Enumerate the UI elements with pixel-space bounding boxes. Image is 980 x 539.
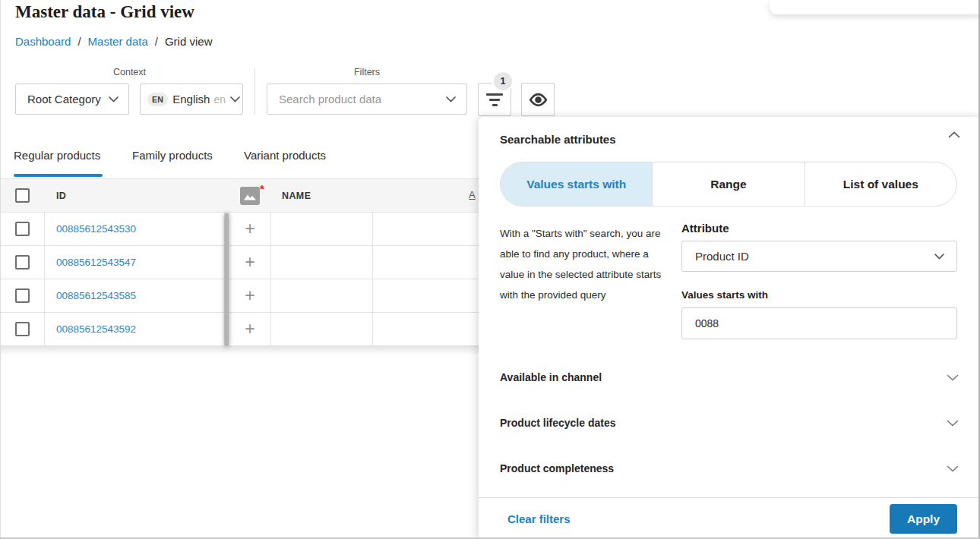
add-image-button[interactable]: + — [236, 217, 264, 240]
accordion-product-completeness[interactable]: Product completeness — [500, 457, 959, 480]
grid-body: 00885612543530 + 00885612543547 + 008856… — [0, 213, 488, 346]
filters-group-label: Filters — [267, 67, 467, 77]
clear-filters-link[interactable]: Clear filters — [507, 498, 571, 539]
locale-badge: EN — [147, 93, 168, 106]
active-tab-indicator — [14, 174, 103, 177]
breadcrumb: Dashboard / Master data / Grid view — [15, 35, 212, 48]
breadcrumb-separator: / — [155, 35, 158, 48]
image-column-icon — [240, 187, 260, 205]
column-header-id[interactable]: ID — [56, 191, 66, 201]
eye-icon — [528, 93, 548, 107]
search-mode-description: With a "Starts with" search, you are abl… — [500, 223, 667, 305]
chevron-down-icon — [947, 374, 959, 381]
query-input[interactable] — [681, 307, 957, 339]
locale-dropdown[interactable]: EN English en — [140, 84, 243, 115]
table-row: 00885612543530 + — [0, 213, 488, 246]
chevron-down-icon — [934, 254, 944, 260]
row-checkbox[interactable] — [15, 255, 30, 270]
accordion-label: Product completeness — [500, 462, 614, 474]
accordion-label: Product lifecycle dates — [500, 417, 616, 429]
accordion-label: Available in channel — [500, 371, 602, 383]
search-mode-segmented-control: Values starts with Range List of values — [500, 162, 957, 206]
context-group-label: Context — [15, 67, 244, 77]
add-image-button[interactable]: + — [236, 284, 264, 307]
product-id-link[interactable]: 00885612543585 — [56, 290, 136, 301]
row-checkbox[interactable] — [15, 322, 30, 336]
search-product-combobox[interactable]: Search product data — [267, 84, 467, 115]
attribute-dropdown-value: Product ID — [695, 250, 934, 263]
product-id-link[interactable]: 00885612543530 — [56, 223, 136, 235]
category-dropdown-value: Root Category — [27, 93, 109, 106]
page-left-border — [0, 0, 1, 539]
grid-header-row: ID * NAME A — [0, 178, 488, 213]
table-row: 00885612543592 + — [0, 313, 488, 346]
column-header-clipped: A — [469, 189, 476, 200]
chevron-down-icon — [230, 96, 240, 102]
tab-family-products[interactable]: Family products — [132, 149, 213, 162]
master-data-grid-page: Master data - Grid view Dashboard / Mast… — [0, 0, 980, 539]
add-image-button[interactable]: + — [236, 251, 264, 273]
accordion-product-lifecycle-dates[interactable]: Product lifecycle dates — [500, 411, 959, 434]
panel-title: Searchable attributes — [500, 133, 616, 146]
breadcrumb-dashboard[interactable]: Dashboard — [15, 35, 71, 48]
search-placeholder: Search product data — [279, 93, 446, 106]
column-resize-handle[interactable] — [225, 213, 229, 345]
chevron-down-icon — [947, 465, 959, 472]
table-row: 00885612543547 + — [0, 246, 488, 279]
locale-name: English — [172, 93, 210, 106]
table-row: 00885612543585 + — [0, 279, 488, 313]
locale-code: en — [213, 93, 226, 106]
row-checkbox[interactable] — [15, 288, 30, 303]
required-asterisk: * — [260, 182, 264, 195]
mode-values-starts-with[interactable]: Values starts with — [501, 162, 652, 206]
select-all-checkbox[interactable] — [15, 188, 30, 203]
filter-panel: Searchable attributes Values starts with… — [479, 117, 980, 539]
product-id-link[interactable]: 00885612543547 — [56, 257, 136, 268]
mode-range[interactable]: Range — [652, 162, 804, 206]
breadcrumb-current: Grid view — [165, 35, 213, 48]
view-settings-button[interactable] — [521, 83, 555, 116]
toolbar-divider — [254, 68, 255, 115]
breadcrumb-separator: / — [77, 35, 81, 48]
tab-regular-products[interactable]: Regular products — [14, 149, 100, 162]
page-title: Master data - Grid view — [15, 2, 194, 22]
chevron-up-icon[interactable] — [948, 131, 960, 138]
chevron-down-icon — [446, 96, 456, 102]
row-checkbox[interactable] — [15, 222, 30, 236]
attribute-label: Attribute — [681, 222, 729, 235]
column-header-name[interactable]: NAME — [282, 191, 311, 201]
attribute-dropdown[interactable]: Product ID — [681, 241, 957, 272]
mode-list-of-values[interactable]: List of values — [805, 162, 956, 206]
breadcrumb-master-data[interactable]: Master data — [88, 35, 148, 48]
query-label: Values starts with — [681, 289, 768, 301]
add-image-button[interactable]: + — [236, 317, 264, 340]
chevron-down-icon — [109, 96, 119, 102]
filter-icon — [486, 93, 503, 106]
table-bottom-shadow — [0, 346, 488, 355]
chevron-down-icon — [947, 420, 959, 427]
product-id-link[interactable]: 00885612543592 — [56, 323, 136, 335]
tab-variant-products[interactable]: Variant products — [244, 149, 326, 162]
panel-footer: Clear filters Apply — [479, 497, 980, 539]
active-filter-count-badge: 1 — [494, 72, 512, 90]
apply-button[interactable]: Apply — [890, 504, 957, 534]
floating-popup-edge — [770, 0, 980, 14]
category-dropdown[interactable]: Root Category — [15, 84, 129, 115]
accordion-available-in-channel[interactable]: Available in channel — [500, 366, 959, 389]
